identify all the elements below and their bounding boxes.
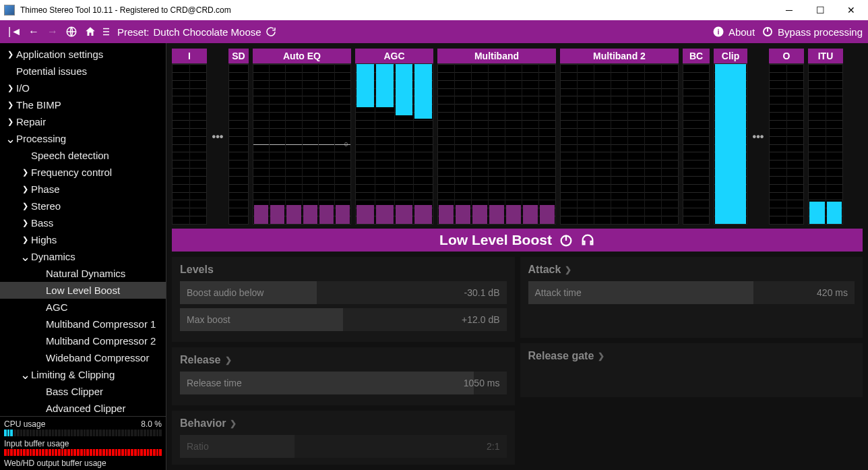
chevron-icon: ❯ (19, 202, 31, 210)
meter-sd[interactable]: SD (228, 49, 249, 225)
tree-item-bass[interactable]: ❯Bass (0, 214, 166, 231)
tree-label: Application settings (16, 49, 103, 60)
tree-item-agc[interactable]: AGC (0, 299, 166, 316)
minimize-button[interactable]: ─ (774, 0, 805, 20)
cpu-label: CPU usage (4, 419, 45, 429)
tree-label: AGC (46, 301, 68, 313)
tree-label: Potential issues (16, 65, 87, 77)
preset-label: Preset: (117, 26, 150, 38)
tree-item-speech-detection[interactable]: Speech detection (0, 147, 166, 164)
tree-item-frequency-control[interactable]: ❯Frequency control (0, 164, 166, 181)
tree-label: Advanced Clipper (46, 403, 125, 414)
tree-item-potential-issues[interactable]: Potential issues (0, 63, 166, 80)
cpu-value: 8.0 % (141, 419, 162, 429)
tree-item-bass-clipper[interactable]: Bass Clipper (0, 383, 166, 400)
chevron-icon: ❯ (19, 218, 31, 227)
tree-label: Multiband Compressor 2 (46, 335, 156, 347)
tree-label: Dynamics (31, 251, 75, 262)
tree-item-phase[interactable]: ❯Phase (0, 181, 166, 198)
about-button[interactable]: i About (712, 26, 755, 38)
globe-icon[interactable] (62, 22, 81, 41)
tree-label: Multiband Compressor 1 (46, 318, 156, 330)
meter-agc[interactable]: AGC-6-12-18-24-30 (355, 49, 433, 225)
tree-label: Stereo (31, 200, 61, 212)
meter-display: -6-12-18-24-30 (355, 63, 433, 225)
meter-more-icon[interactable]: ••• (211, 49, 224, 225)
slider-boost-below[interactable]: Boost audio below-30.1 dB (180, 281, 507, 304)
panel-title-behavior[interactable]: Behavior❯ (180, 417, 507, 430)
panel-title-attack[interactable]: Attack❯ (528, 264, 855, 276)
panel-title-release[interactable]: Release❯ (180, 354, 507, 366)
tree-label: Bass (31, 217, 53, 229)
chevron-icon: ❯ (19, 235, 31, 244)
meter-multiband[interactable]: Multiband-6-12-18-24-30 (437, 49, 556, 225)
meter-header: ITU (808, 49, 843, 63)
slider-release-time[interactable]: Release time1050 ms (180, 372, 507, 394)
meter-display: -3-6 (683, 63, 710, 225)
meter-bc[interactable]: BC-3-6 (683, 49, 710, 225)
reload-icon[interactable] (261, 22, 280, 41)
tree-item-multiband-compressor-2[interactable]: Multiband Compressor 2 (0, 332, 166, 349)
slider-max-boost[interactable]: Max boost+12.0 dB (180, 308, 507, 331)
maximize-button[interactable]: ☐ (805, 0, 836, 20)
tree-item-low-level-boost[interactable]: Low Level Boost (0, 282, 166, 299)
forward-icon[interactable]: → (43, 22, 62, 41)
tree-item-the-bimp[interactable]: ❯The BIMP (0, 96, 166, 113)
meter-multiband-2[interactable]: Multiband 2-6-12-18-24-30 (560, 49, 679, 225)
slider-attack-time[interactable]: Attack time420 ms (528, 281, 855, 304)
titlebar: Thimeo Stereo Tool 10.11 - Registered to… (0, 0, 868, 20)
close-button[interactable]: ✕ (836, 0, 867, 20)
chevron-icon: ❯ (4, 50, 16, 59)
tree-label: Natural Dynamics (46, 268, 125, 279)
chevron-icon: ❯ (19, 185, 31, 194)
meter-auto-eq[interactable]: Auto EQ0 (253, 49, 351, 225)
bypass-button[interactable]: Bypass processing (762, 26, 863, 38)
svg-text:i: i (717, 28, 719, 36)
tree-item-highs[interactable]: ❯Highs (0, 231, 166, 248)
tree-item-limiting-clipping[interactable]: ⌄Limiting & Clipping (0, 366, 166, 383)
slider-ratio[interactable]: Ratio2:1 (180, 435, 507, 458)
section-header: Low Level Boost (172, 229, 863, 252)
chevron-icon: ❯ (4, 100, 16, 109)
meter-i[interactable]: I-6-12-18-24-30 (172, 49, 207, 225)
goto-start-icon[interactable]: |◄ (5, 22, 24, 41)
tree-label: Processing (16, 133, 66, 144)
panels-area: Levels Boost audio below-30.1 dB Max boo… (166, 252, 868, 470)
power-icon[interactable] (559, 233, 574, 247)
tree-item-dynamics[interactable]: ⌄Dynamics (0, 248, 166, 265)
toolbar: |◄ ← → Preset: Dutch Chocolate Moose i A… (0, 20, 868, 43)
panel-title-release-gate[interactable]: Release gate❯ (528, 350, 855, 362)
chevron-icon: ⌄ (19, 368, 31, 382)
meter-o[interactable]: O-6-12-18-24 (769, 49, 804, 225)
chevron-icon: ⌄ (19, 249, 31, 264)
meter-header: SD (228, 49, 249, 63)
meter-more-icon[interactable]: ••• (751, 49, 765, 225)
tree-item-natural-dynamics[interactable]: Natural Dynamics (0, 265, 166, 282)
meter-display (228, 63, 249, 225)
tree-item-processing[interactable]: ⌄Processing (0, 130, 166, 147)
meter-clip[interactable]: Clip-3-6-9 (714, 49, 747, 225)
back-icon[interactable]: ← (24, 22, 43, 41)
tree-label: Wideband Compressor (46, 352, 149, 363)
stats-panel: CPU usage8.0 % Input buffer usage Web/HD… (0, 416, 166, 470)
preset-selector[interactable]: Preset: Dutch Chocolate Moose (101, 26, 261, 38)
headphones-icon[interactable] (580, 233, 595, 247)
tree-item-wideband-compressor[interactable]: Wideband Compressor (0, 349, 166, 366)
meter-display: -3-6-9 (714, 63, 747, 225)
meter-header: Clip (714, 49, 747, 63)
tree-item-stereo[interactable]: ❯Stereo (0, 198, 166, 214)
window-title: Thimeo Stereo Tool 10.11 - Registered to… (18, 5, 774, 15)
tree-item-i-o[interactable]: ❯I/O (0, 80, 166, 96)
meter-itu[interactable]: ITU-6-12-18-24 (808, 49, 843, 225)
panel-release-gate: Release gate❯ (520, 343, 863, 397)
home-icon[interactable] (81, 22, 100, 41)
tree-item-advanced-clipper[interactable]: Advanced Clipper (0, 400, 166, 416)
chevron-icon: ❯ (19, 168, 31, 177)
tree-item-multiband-compressor-1[interactable]: Multiband Compressor 1 (0, 316, 166, 332)
tree-label: Limiting & Clipping (31, 369, 115, 380)
panel-title-levels[interactable]: Levels (180, 264, 507, 276)
obuf-label: Web/HD output buffer usage (4, 459, 106, 468)
tree-item-application-settings[interactable]: ❯Application settings (0, 46, 166, 63)
meter-display: -6-12-18-24 (769, 63, 804, 225)
tree-item-repair[interactable]: ❯Repair (0, 113, 166, 130)
